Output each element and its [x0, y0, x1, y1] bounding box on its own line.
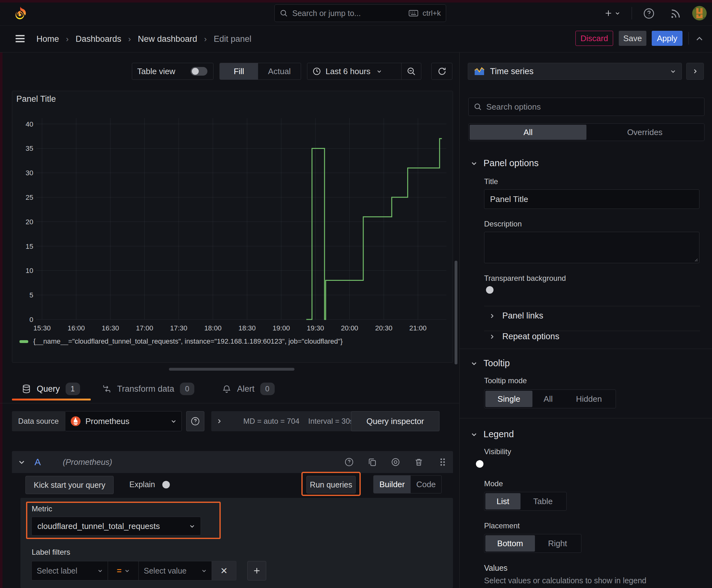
tooltip-header-label: Tooltip: [483, 358, 510, 369]
panel-options-header[interactable]: Panel options: [471, 158, 539, 168]
actual-option[interactable]: Actual: [258, 63, 301, 80]
save-button[interactable]: Save: [619, 31, 646, 46]
help-button[interactable]: [643, 7, 655, 19]
legend-bottom-option[interactable]: Bottom: [486, 535, 535, 551]
tooltip-single-label: Single: [498, 394, 520, 404]
code-option[interactable]: Code: [411, 476, 441, 493]
query-help-icon[interactable]: [344, 457, 354, 467]
svg-text:17:30: 17:30: [170, 324, 188, 332]
add-new-button[interactable]: [604, 7, 620, 19]
options-search-input[interactable]: Search options: [468, 98, 705, 116]
metric-value: cloudflared_tunnel_total_requests: [37, 521, 186, 531]
legend-table-option[interactable]: Table: [520, 493, 565, 509]
search-placeholder: Search or jump to...: [292, 9, 404, 18]
legend-list-option[interactable]: List: [486, 493, 520, 509]
query-inspector-button[interactable]: Query inspector: [351, 411, 439, 431]
viz-suggestions-button[interactable]: [686, 63, 704, 80]
breadcrumb-home[interactable]: Home: [37, 34, 59, 44]
drag-handle-icon[interactable]: [438, 457, 447, 467]
select-label-dropdown[interactable]: Select label: [31, 561, 108, 581]
breadcrumb-dashboards[interactable]: Dashboards: [75, 34, 122, 44]
remove-filter-button[interactable]: ✕: [212, 561, 236, 581]
collapse-chevron-up-icon[interactable]: [694, 35, 705, 43]
svg-text:20:30: 20:30: [375, 324, 392, 332]
tab-query[interactable]: Query 1: [22, 379, 80, 398]
news-rss-button[interactable]: [669, 7, 681, 19]
datasource-help-button[interactable]: [186, 411, 204, 431]
category-divider: [459, 349, 712, 349]
tooltip-hidden-option[interactable]: Hidden: [564, 391, 614, 407]
prometheus-icon: [70, 416, 81, 426]
window-edge-top: [0, 0, 712, 2]
datasource-label: Data source: [18, 417, 59, 426]
svg-text:5: 5: [29, 291, 33, 299]
builder-option[interactable]: Builder: [373, 476, 411, 493]
svg-text:30: 30: [26, 169, 33, 177]
breadcrumb-new-dashboard[interactable]: New dashboard: [138, 34, 197, 44]
tooltip-all-option[interactable]: All: [533, 391, 564, 407]
svg-text:0: 0: [29, 316, 33, 323]
select-value-dropdown[interactable]: Select value: [139, 561, 212, 581]
menu-hamburger-icon[interactable]: [14, 33, 26, 45]
query-row-header[interactable]: A (Prometheus): [12, 451, 453, 473]
zoom-out-button[interactable]: [402, 63, 421, 80]
tab-all[interactable]: All: [470, 125, 586, 140]
query-ref-id[interactable]: A: [35, 457, 41, 467]
run-queries-button[interactable]: Run queries: [306, 476, 356, 493]
description-label: Description: [484, 219, 522, 228]
visualization-picker[interactable]: Time series: [468, 63, 682, 80]
tab-query-count: 1: [66, 383, 80, 395]
panel-scrollbar[interactable]: [455, 261, 457, 364]
refresh-button[interactable]: [431, 63, 452, 80]
metric-select[interactable]: cloudflared_tunnel_total_requests: [31, 517, 201, 536]
fill-option[interactable]: Fill: [220, 63, 258, 80]
collapse-query-chevron-icon[interactable]: [18, 459, 25, 465]
panel-title-input[interactable]: Panel Title: [484, 189, 699, 209]
duplicate-query-icon[interactable]: [368, 457, 377, 467]
breadcrumb-chevron-icon: ›: [128, 34, 131, 44]
tab-transform-count: 0: [180, 383, 194, 395]
legend-section-header[interactable]: Legend: [471, 429, 514, 439]
tooltip-single-option[interactable]: Single: [486, 391, 533, 407]
panel-links-header[interactable]: Panel links: [489, 311, 543, 321]
chevron-down-icon: [471, 431, 477, 438]
time-range-button[interactable]: Last 6 hours: [307, 63, 401, 80]
panel-title-value: Panel Title: [490, 194, 528, 204]
select-label-placeholder: Select label: [37, 566, 94, 575]
operator-dropdown[interactable]: =: [108, 561, 139, 581]
legend-mode-segmented: List Table: [484, 492, 567, 511]
legend-series-label[interactable]: {__name__="cloudflared_tunnel_total_requ…: [33, 337, 343, 345]
breadcrumb-chevron-icon: ›: [204, 34, 207, 44]
description-textarea[interactable]: [484, 232, 699, 263]
resize-corner-icon: [693, 257, 698, 262]
bell-icon: [222, 384, 231, 394]
tooltip-header[interactable]: Tooltip: [471, 358, 510, 369]
repeat-options-header[interactable]: Repeat options: [489, 332, 559, 341]
tab-alert[interactable]: Alert 0: [222, 379, 275, 398]
apply-button[interactable]: Apply: [652, 31, 683, 46]
tab-overrides[interactable]: Overrides: [586, 125, 703, 140]
kickstart-query-button[interactable]: Kick start your query: [25, 476, 114, 494]
grafana-logo[interactable]: [13, 5, 28, 23]
database-icon: [22, 384, 31, 394]
chevron-down-icon: [377, 69, 382, 74]
datasource-picker[interactable]: Prometheus: [65, 411, 182, 431]
time-series-chart[interactable]: 051015202530354015:3016:0016:3017:0017:3…: [19, 118, 453, 338]
svg-text:15:30: 15:30: [33, 324, 50, 332]
delete-query-icon[interactable]: [414, 457, 424, 467]
user-avatar[interactable]: [692, 6, 707, 21]
tab-transform-data[interactable]: Transform data 0: [102, 379, 194, 398]
legend-values-label: Values: [484, 564, 508, 573]
transparent-background-label: Transparent background: [484, 274, 566, 283]
add-filter-button[interactable]: [247, 561, 266, 581]
legend-series-swatch[interactable]: [19, 340, 28, 343]
global-search[interactable]: Search or jump to... ctrl+k: [274, 4, 446, 22]
plus-icon: [604, 9, 612, 17]
toggle-visibility-icon[interactable]: [391, 457, 400, 467]
panel-title[interactable]: Panel Title: [16, 94, 56, 104]
discard-button[interactable]: Discard: [576, 31, 613, 46]
apply-label: Apply: [657, 34, 677, 43]
table-view-toggle[interactable]: [191, 67, 207, 76]
panel-resize-handle[interactable]: [169, 368, 295, 371]
legend-right-option[interactable]: Right: [535, 535, 580, 551]
